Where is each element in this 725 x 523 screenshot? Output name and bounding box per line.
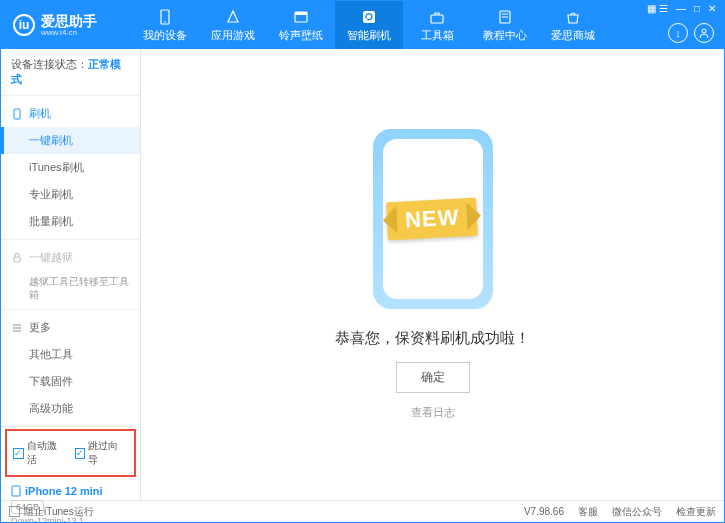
ok-button[interactable]: 确定 [396,362,470,393]
jailbreak-note: 越狱工具已转移至工具箱 [1,271,140,305]
toolbox-icon [428,8,446,26]
svg-point-1 [164,21,166,23]
main-content: NEW 恭喜您，保资料刷机成功啦！ 确定 查看日志 [141,49,724,500]
sidebar: 设备连接状态：正常模式 刷机 一键刷机 iTunes刷机 专业刷机 批量刷机 一… [1,49,141,500]
apps-icon [224,8,242,26]
checkbox-skip-guide[interactable]: ✓跳过向导 [75,439,129,467]
app-header: iu 爱思助手 www.i4.cn 我的设备 应用游戏 铃声壁纸 智能刷机 工具… [1,1,724,49]
new-ribbon: NEW [386,198,478,241]
svg-rect-3 [295,12,307,15]
nav-toolbox[interactable]: 工具箱 [403,1,471,49]
options-highlight: ✓自动激活 ✓跳过向导 [5,429,136,477]
svg-rect-4 [363,11,375,23]
more-icon [11,322,23,334]
svg-rect-5 [431,15,443,23]
top-nav: 我的设备 应用游戏 铃声壁纸 智能刷机 工具箱 教程中心 爱思商城 [131,1,607,49]
sidebar-item-oneclick[interactable]: 一键刷机 [1,127,140,154]
nav-apps[interactable]: 应用游戏 [199,1,267,49]
sidebar-jailbreak-head[interactable]: 一键越狱 [1,244,140,271]
nav-flash[interactable]: 智能刷机 [335,1,403,49]
wechat-link[interactable]: 微信公众号 [612,505,662,519]
nav-store[interactable]: 爱思商城 [539,1,607,49]
sidebar-item-pro[interactable]: 专业刷机 [1,181,140,208]
checkbox-block-itunes[interactable]: 阻止iTunes运行 [9,505,94,519]
maximize-button[interactable]: □ [694,3,700,14]
checkbox-auto-activate[interactable]: ✓自动激活 [13,439,67,467]
service-link[interactable]: 客服 [578,505,598,519]
sidebar-more-head[interactable]: 更多 [1,314,140,341]
media-icon [292,8,310,26]
logo-icon: iu [13,14,35,36]
lock-icon [11,252,23,264]
version-label: V7.98.66 [524,506,564,517]
user-button[interactable] [694,23,714,43]
svg-point-9 [702,29,706,33]
sidebar-item-other-tools[interactable]: 其他工具 [1,341,140,368]
sidebar-item-itunes[interactable]: iTunes刷机 [1,154,140,181]
nav-my-device[interactable]: 我的设备 [131,1,199,49]
device-icon [11,485,21,497]
phone-icon [156,8,174,26]
close-button[interactable]: ✕ [708,3,716,14]
update-link[interactable]: 检查更新 [676,505,716,519]
phone-icon [11,108,23,120]
nav-ringtones[interactable]: 铃声壁纸 [267,1,335,49]
app-name: 爱思助手 [41,14,97,28]
download-button[interactable]: ↓ [668,23,688,43]
success-message: 恭喜您，保资料刷机成功啦！ [335,329,530,348]
sidebar-flash-head[interactable]: 刷机 [1,100,140,127]
svg-rect-11 [14,257,20,262]
sidebar-item-advanced[interactable]: 高级功能 [1,395,140,422]
view-log-link[interactable]: 查看日志 [411,405,455,420]
logo-area: iu 爱思助手 www.i4.cn [1,14,131,37]
menu-icon[interactable]: ▦ ☰ [647,3,668,14]
store-icon [564,8,582,26]
nav-tutorials[interactable]: 教程中心 [471,1,539,49]
svg-rect-15 [12,486,20,496]
minimize-button[interactable]: — [676,3,686,14]
window-controls: ▦ ☰ — □ ✕ [647,3,716,14]
connection-status: 设备连接状态：正常模式 [1,49,140,96]
refresh-icon [360,8,378,26]
book-icon [496,8,514,26]
sidebar-item-download-fw[interactable]: 下载固件 [1,368,140,395]
app-url: www.i4.cn [41,28,97,37]
sidebar-item-batch[interactable]: 批量刷机 [1,208,140,235]
svg-rect-10 [14,109,20,119]
